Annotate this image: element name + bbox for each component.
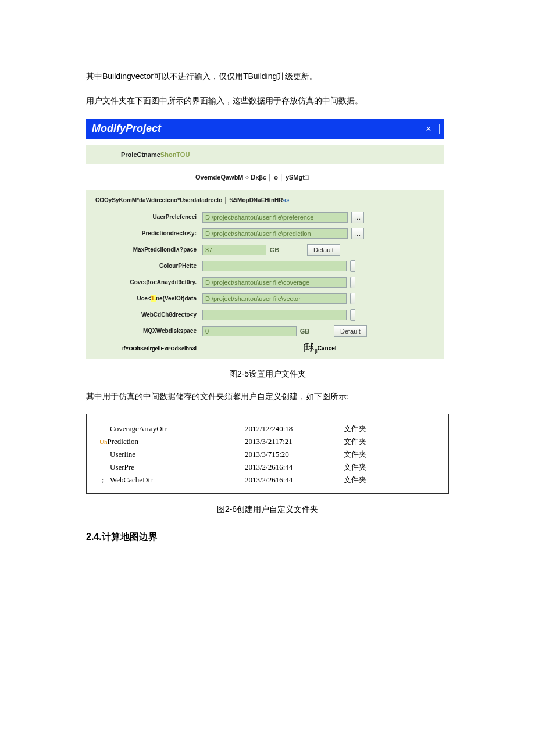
row-max-web: MQXWebdiskspace GB Default — [86, 323, 444, 339]
folder-name: WebCacheDir — [110, 475, 152, 484]
folder-type: 文件夹 — [344, 474, 439, 486]
row-prediction: Predictiondrecto<y: ... — [86, 225, 444, 242]
row-webcache: WebCdCh8drecto<y — [86, 307, 444, 323]
dialog-body: ProieCtnameShonTOU OvemdeQawbM ○ Dκβc │ … — [86, 145, 444, 359]
folder-name: Prediction — [107, 437, 138, 446]
browse-coverage-stub[interactable] — [350, 277, 355, 288]
folder-prefix: Uh — [99, 438, 107, 445]
input-max-web[interactable] — [202, 326, 297, 336]
row-max-prediction: MaxPtedcliondi∧?pace GB Default — [86, 242, 444, 258]
row-user-preference: UaerPrelefencci ... — [86, 209, 444, 225]
folder-row: CoverageArrayOir 2012/12/240:18 文件夹 — [99, 422, 439, 435]
dialog-titlebar: ModifyProject × — [86, 119, 444, 139]
unit-gb-1: GB — [266, 246, 283, 253]
label-prediction: Predictiondrecto<y: — [95, 230, 202, 237]
label-userline-a: Uce< — [137, 295, 151, 302]
folder-row: UserPre 2013/2/2616:44 文件夹 — [99, 461, 439, 474]
document-page: 其中Buildingvector可以不进行输入，仅仅用TBuilding升级更新… — [0, 0, 535, 578]
folder-date: 2013/2/2616:44 — [245, 474, 344, 486]
paragraph-1: 其中Buildingvector可以不进行输入，仅仅用TBuilding升级更新… — [86, 70, 449, 84]
input-webcache[interactable] — [202, 310, 347, 320]
label-coverage: Cove‹βσeAnaydıt9ct0ry. — [95, 279, 202, 285]
browse-webcache-stub[interactable] — [350, 309, 355, 321]
modify-project-dialog: ModifyProject × ProieCtnameShonTOU Ovemd… — [86, 119, 449, 359]
label-userline: Uce<1.ne(VeelOf)data — [95, 295, 202, 302]
ok-button[interactable]: 球 — [305, 342, 315, 352]
folder-name: CoverageArrayOir — [110, 424, 166, 433]
input-prediction[interactable] — [202, 228, 348, 239]
label-webcache: WebCdCh8drecto<y — [95, 311, 202, 318]
paragraph-3: 其中用于仿真的中间数据储存的文件夹须馨用户自定义创建，如下图所示: — [86, 390, 449, 404]
input-userline[interactable] — [202, 293, 347, 304]
folder-type: 文件夹 — [344, 435, 439, 448]
dialog-title: ModifyProject — [92, 123, 423, 135]
folder-listing: CoverageArrayOir 2012/12/240:18 文件夹 UhPr… — [86, 414, 449, 494]
label-userline-b: 1. — [151, 295, 156, 302]
row-userline: Uce<1.ne(VeelOf)data — [86, 291, 444, 307]
section-heading: 2.4.计算地图边界 — [86, 531, 449, 543]
folder-row: ；WebCacheDir 2013/2/2616:44 文件夹 — [99, 474, 439, 486]
coords-a: COOySyKomM*daWdircctcno*Userdatadrecto │ — [95, 197, 229, 203]
label-max-prediction: MaxPtedcliondi∧?pace — [95, 246, 202, 253]
label-userline-c: ne(VeelOf)data — [156, 295, 197, 302]
row-colour-palette: ColourPHette — [86, 258, 444, 274]
default-max-prediction[interactable]: Default — [307, 244, 340, 256]
browse-userline-stub[interactable] — [350, 293, 355, 304]
folder-type: 文件夹 — [344, 422, 439, 435]
browse-prediction[interactable]: ... — [351, 228, 364, 239]
cancel-button[interactable]: Cancel — [318, 345, 337, 352]
folder-name: UserPre — [110, 463, 134, 471]
figure-caption-1: 图2-5设置用户文件夹 — [86, 369, 449, 379]
coords-b: ¼5MopDNaEHtnHR — [229, 197, 283, 203]
unit-gb-2: GB — [297, 328, 313, 335]
folder-row: Userline 2013/3/715:20 文件夹 — [99, 448, 439, 461]
input-user-preference[interactable] — [202, 212, 348, 223]
ok-cancel-row: IfYOOitSetlrgellExPOdSelbn3l [球]lCancel — [86, 339, 444, 355]
folder-bullet: ； — [99, 474, 110, 486]
browse-colour-stub[interactable] — [350, 260, 355, 272]
folder-date: 2012/12/240:18 — [245, 422, 344, 435]
label-colour-palette: ColourPHette — [95, 263, 202, 269]
ok-cancel-group: [球]lCancel — [202, 342, 437, 354]
input-max-prediction[interactable] — [202, 245, 266, 255]
project-name-row: ProieCtnameShonTOU — [86, 145, 444, 164]
input-colour-palette[interactable] — [202, 261, 347, 271]
export-settings-label: IfYOOitSetlrgellExPOdSelbn3l — [95, 346, 202, 352]
row-coverage: Cove‹βσeAnaydıt9ct0ry. — [86, 274, 444, 291]
coords-c: «» — [283, 197, 289, 203]
figure-caption-2: 图2-6创建用户自定义文件夹 — [86, 504, 449, 515]
folder-date: 2013/2/2616:44 — [245, 461, 344, 474]
coords-line: COOySyKomM*daWdircctcno*Userdatadrecto │… — [86, 190, 444, 209]
folder-row: UhPrediction 2013/3/2117:21 文件夹 — [99, 435, 439, 448]
folder-date: 2013/3/2117:21 — [245, 435, 344, 448]
label-max-web: MQXWebdiskspace — [95, 328, 202, 334]
folder-type: 文件夹 — [344, 461, 439, 474]
browse-user-preference[interactable]: ... — [351, 212, 364, 223]
close-icon[interactable]: × — [423, 124, 440, 134]
label-user-preference: UaerPrelefencci — [95, 214, 202, 220]
folder-name: Userline — [110, 450, 135, 458]
folder-type: 文件夹 — [344, 448, 439, 461]
input-coverage[interactable] — [202, 277, 347, 288]
mode-bar: OvemdeQawbM ○ Dκβc │ o │ ySMgt□ — [86, 164, 444, 190]
project-name-value: ShonTOU — [160, 151, 190, 158]
folder-date: 2013/3/715:20 — [245, 448, 344, 461]
project-name-label: ProieCtname — [121, 151, 160, 158]
default-max-web[interactable]: Default — [334, 325, 367, 337]
paragraph-2: 用户文件夹在下面图中所示的界面输入，这些数据用于存放仿真的中间数据。 — [86, 94, 449, 108]
